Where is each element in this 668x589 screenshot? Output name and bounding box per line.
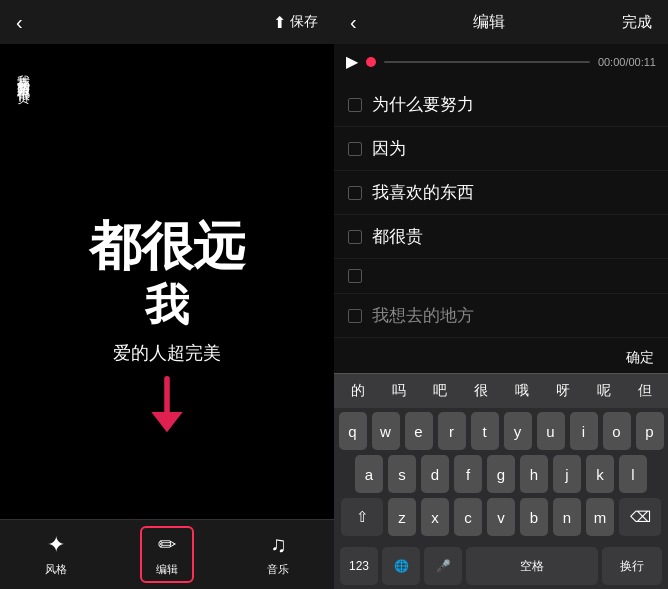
left-panel: ‹ ⬆ 保存 我喜欢的东西都很贵 都很远 我 爱的人超完美 ✦ 风格: [0, 0, 334, 589]
key-k[interactable]: k: [586, 455, 614, 493]
key-l[interactable]: l: [619, 455, 647, 493]
left-back-button[interactable]: ‹: [16, 11, 23, 34]
key-y[interactable]: y: [504, 412, 532, 450]
lyrics-list: 为什么要努力因为我喜欢的东西都很贵我想去的地方: [334, 79, 668, 343]
num-key[interactable]: 123: [340, 547, 378, 585]
quick-word[interactable]: 吧: [429, 380, 451, 402]
right-panel-title: 编辑: [473, 12, 505, 33]
lyric-checkbox[interactable]: [348, 186, 362, 200]
key-d[interactable]: d: [421, 455, 449, 493]
bottom-toolbar: ✦ 风格 ✏ 编辑 ♫ 音乐: [0, 519, 334, 589]
key-t[interactable]: t: [471, 412, 499, 450]
quick-word[interactable]: 呀: [552, 380, 574, 402]
music-label: 音乐: [267, 562, 289, 577]
globe-key[interactable]: 🌐: [382, 547, 420, 585]
lyric-text: 都很贵: [372, 225, 423, 248]
lyric-checkbox[interactable]: [348, 269, 362, 283]
toolbar-edit[interactable]: ✏ 编辑: [140, 526, 194, 583]
main-text-block: 都很远 我 爱的人超完美: [89, 218, 245, 364]
key-h[interactable]: h: [520, 455, 548, 493]
lyric-checkbox[interactable]: [348, 142, 362, 156]
key-row-3: ⇧ zxcvbnm⌫: [336, 498, 666, 536]
toolbar-style[interactable]: ✦ 风格: [29, 526, 83, 583]
vertical-text: 我喜欢的东西都很贵: [14, 64, 32, 82]
lyric-text: 我喜欢的东西: [372, 181, 474, 204]
lyric-text: 因为: [372, 137, 406, 160]
edit-label: 编辑: [156, 562, 178, 577]
key-x[interactable]: x: [421, 498, 449, 536]
key-g[interactable]: g: [487, 455, 515, 493]
lyric-item[interactable]: 我喜欢的东西: [334, 171, 668, 215]
play-button[interactable]: ▶: [346, 52, 358, 71]
key-f[interactable]: f: [454, 455, 482, 493]
key-c[interactable]: c: [454, 498, 482, 536]
key-n[interactable]: n: [553, 498, 581, 536]
quick-word[interactable]: 的: [347, 380, 369, 402]
mic-key[interactable]: 🎤: [424, 547, 462, 585]
lyric-item[interactable]: [334, 259, 668, 294]
key-r[interactable]: r: [438, 412, 466, 450]
key-u[interactable]: u: [537, 412, 565, 450]
key-a[interactable]: a: [355, 455, 383, 493]
style-icon: ✦: [47, 532, 65, 558]
quick-word[interactable]: 呢: [593, 380, 615, 402]
svg-marker-1: [151, 412, 182, 432]
key-m[interactable]: m: [586, 498, 614, 536]
keyboard-rows: qwertyuiop asdfghjkl ⇧ zxcvbnm⌫: [334, 408, 668, 543]
video-content: 我喜欢的东西都很贵 都很远 我 爱的人超完美: [0, 44, 334, 519]
playhead-dot: [366, 57, 376, 67]
quick-word[interactable]: 但: [634, 380, 656, 402]
lyric-item[interactable]: 我想去的地方: [334, 294, 668, 338]
save-label: 保存: [290, 13, 318, 31]
bottom-bar: 123 🌐 🎤 空格 换行: [334, 543, 668, 589]
main-text-line3: 爱的人超完美: [89, 341, 245, 365]
right-panel: ‹ 编辑 完成 ▶ 00:00/00:11 为什么要努力因为我喜欢的东西都很贵我…: [334, 0, 668, 589]
main-text-line2: 我: [89, 276, 245, 335]
lyric-text: 我想去的地方: [372, 304, 474, 327]
lyric-checkbox[interactable]: [348, 98, 362, 112]
music-icon: ♫: [270, 532, 287, 558]
shift-key[interactable]: ⇧: [341, 498, 383, 536]
key-j[interactable]: j: [553, 455, 581, 493]
progress-bar[interactable]: [384, 61, 590, 63]
right-header: ‹ 编辑 完成: [334, 0, 668, 44]
delete-key[interactable]: ⌫: [619, 498, 661, 536]
style-label: 风格: [45, 562, 67, 577]
key-o[interactable]: o: [603, 412, 631, 450]
arrow-down-indicator: [142, 375, 192, 439]
playback-bar: ▶ 00:00/00:11: [334, 44, 668, 79]
key-e[interactable]: e: [405, 412, 433, 450]
enter-key[interactable]: 换行: [602, 547, 662, 585]
key-row-2: asdfghjkl: [336, 455, 666, 493]
lyric-item[interactable]: 因为: [334, 127, 668, 171]
key-v[interactable]: v: [487, 498, 515, 536]
key-i[interactable]: i: [570, 412, 598, 450]
quick-words-row: 的吗吧很哦呀呢但: [334, 373, 668, 408]
keyboard-area: 的吗吧很哦呀呢但 qwertyuiop asdfghjkl ⇧ zxcvbnm⌫…: [334, 373, 668, 589]
save-icon: ⬆: [273, 13, 286, 32]
confirm-button[interactable]: 确定: [626, 349, 654, 367]
confirm-row: 确定: [334, 343, 668, 373]
right-back-button[interactable]: ‹: [350, 11, 357, 34]
key-z[interactable]: z: [388, 498, 416, 536]
toolbar-music[interactable]: ♫ 音乐: [251, 526, 305, 583]
done-button[interactable]: 完成: [622, 13, 652, 32]
lyric-checkbox[interactable]: [348, 309, 362, 323]
key-row-1: qwertyuiop: [336, 412, 666, 450]
lyric-checkbox[interactable]: [348, 230, 362, 244]
quick-word[interactable]: 哦: [511, 380, 533, 402]
video-area: 我喜欢的东西都很贵 都很远 我 爱的人超完美: [0, 44, 334, 519]
key-s[interactable]: s: [388, 455, 416, 493]
save-button[interactable]: ⬆ 保存: [273, 13, 318, 32]
key-w[interactable]: w: [372, 412, 400, 450]
lyric-item[interactable]: 为什么要努力: [334, 83, 668, 127]
lyric-item[interactable]: 都很贵: [334, 215, 668, 259]
key-b[interactable]: b: [520, 498, 548, 536]
time-display: 00:00/00:11: [598, 56, 656, 68]
quick-word[interactable]: 很: [470, 380, 492, 402]
quick-word[interactable]: 吗: [388, 380, 410, 402]
main-text-line1: 都很远: [89, 218, 245, 275]
key-p[interactable]: p: [636, 412, 664, 450]
key-q[interactable]: q: [339, 412, 367, 450]
space-key[interactable]: 空格: [466, 547, 598, 585]
